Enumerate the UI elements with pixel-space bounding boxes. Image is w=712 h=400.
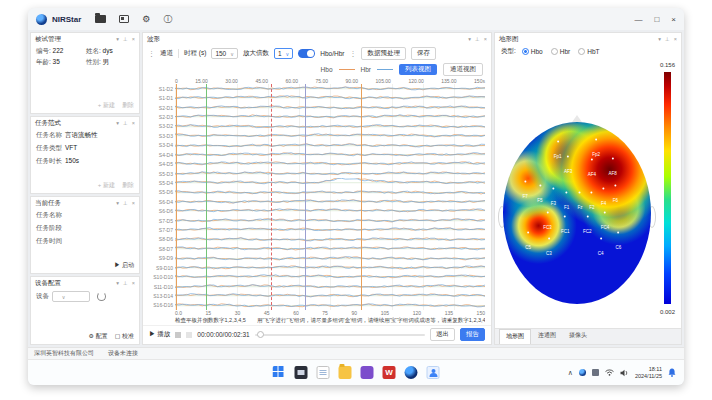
dock-close-icon[interactable]: × <box>132 121 135 127</box>
maximize-button[interactable]: □ <box>654 15 659 24</box>
event-marker-line <box>271 84 272 310</box>
dock-close-icon[interactable]: × <box>484 37 487 43</box>
electrode-label: F3 <box>551 201 556 206</box>
legend-hbo-line <box>339 69 355 70</box>
dock-menu-icon[interactable]: ▾ <box>116 201 119 207</box>
channel-label: S1-D2 <box>149 84 175 93</box>
dock-close-icon[interactable]: × <box>674 37 677 43</box>
dock-menu-icon[interactable]: ▾ <box>116 281 119 287</box>
tray-app-icon[interactable] <box>579 369 586 376</box>
radio-label: Hbo <box>531 48 543 55</box>
electrode-marker: F5 <box>537 184 542 205</box>
electrode-marker: F2 <box>589 192 594 213</box>
taskbar-nirstar-icon[interactable] <box>405 366 418 379</box>
electrode-marker: F4 <box>601 188 606 209</box>
field-value: dys <box>101 47 113 54</box>
slider-knob[interactable] <box>257 331 264 338</box>
tab-inactive[interactable]: 连通图 <box>532 329 562 344</box>
settings-gear-icon[interactable]: ⚙ <box>142 15 150 24</box>
panel-action-button[interactable]: 删除 <box>122 101 134 110</box>
dock-pin-icon[interactable]: ⊥ <box>123 201 128 207</box>
hbo-hbr-toggle[interactable] <box>298 49 315 58</box>
event-marker-line <box>361 84 362 310</box>
type-radio-hbo[interactable]: Hbo <box>522 48 543 55</box>
channel-trace <box>175 141 485 150</box>
taskbar-start-icon[interactable] <box>273 366 286 379</box>
report-button[interactable]: 报告 <box>460 328 485 341</box>
electrode-marker: Fp2 <box>592 139 600 160</box>
tab-inactive[interactable]: 摄像头 <box>563 329 593 344</box>
dock-close-icon[interactable]: × <box>132 37 135 43</box>
channel-view-button[interactable]: 通道视图 <box>443 63 483 76</box>
taskbar-media-icon[interactable] <box>361 366 374 379</box>
close-button[interactable]: × <box>671 15 676 24</box>
minimize-button[interactable]: — <box>634 15 642 24</box>
wifi-icon[interactable] <box>605 369 614 376</box>
type-radio-hbr[interactable]: Hbr <box>551 48 570 55</box>
field-row: 任务时间 <box>36 237 134 246</box>
taskbar-wps-icon[interactable]: W <box>383 366 396 379</box>
clock[interactable]: 18:11 2024/11/25 <box>635 366 662 380</box>
record-icon[interactable] <box>186 332 192 338</box>
refresh-device-icon[interactable] <box>97 292 106 301</box>
more-icon[interactable]: ⋮ <box>349 50 356 58</box>
dock-menu-icon[interactable]: ▾ <box>116 37 119 43</box>
configure-button[interactable]: ⚙ 配置 <box>89 332 108 341</box>
field: 性别: 男 <box>86 58 134 67</box>
stop-icon[interactable] <box>175 332 181 338</box>
volume-icon[interactable] <box>620 369 629 377</box>
paradigm-panel-title: 任务范式 <box>35 119 61 128</box>
channel-label: S8-D6 <box>149 235 175 244</box>
dock-pin-icon[interactable]: ⊥ <box>665 37 670 43</box>
list-view-button[interactable]: 列表视图 <box>399 64 437 75</box>
taskbar-folder-icon[interactable] <box>339 366 352 379</box>
playback-slider[interactable] <box>255 334 425 336</box>
left-sidebar: 被试管理 ▾ ⊥ × 编号: 222姓名: dys年龄: 35性别: 男 + 新… <box>30 32 140 345</box>
calibrate-button[interactable]: ▢ 校准 <box>115 332 134 341</box>
tab-active[interactable]: 地形图 <box>499 329 531 344</box>
status-bar: 深圳英智科技有限公司 设备未连接 <box>28 347 684 359</box>
channel-trace <box>175 254 485 263</box>
taskbar-explorer-icon[interactable] <box>295 366 308 379</box>
channel-trace <box>175 197 485 206</box>
save-button[interactable]: 保存 <box>411 47 436 60</box>
tray-device-icon[interactable] <box>592 369 599 376</box>
dock-menu-icon[interactable]: ▾ <box>116 121 119 127</box>
dock-close-icon[interactable]: × <box>132 281 135 287</box>
dock-menu-icon[interactable]: ▾ <box>658 37 661 43</box>
channel-menu-button[interactable]: 通道 <box>160 49 173 58</box>
dock-menu-icon[interactable]: ▾ <box>468 37 471 43</box>
channel-trace <box>175 206 485 215</box>
channel-label: S6-D4 <box>149 197 175 206</box>
channel-trace <box>175 159 485 168</box>
waveform-traces <box>175 84 485 310</box>
start-task-button[interactable]: ▶ 启动 <box>114 261 134 270</box>
info-icon[interactable]: ⓘ <box>163 15 172 24</box>
dock-pin-icon[interactable]: ⊥ <box>123 281 128 287</box>
channel-label: S9-D9 <box>149 254 175 263</box>
play-button[interactable]: ▶ 播放 <box>149 330 170 339</box>
open-file-icon[interactable] <box>95 15 106 23</box>
dock-pin-icon[interactable]: ⊥ <box>123 37 128 43</box>
device-icon[interactable] <box>119 15 129 23</box>
type-radio-hbt[interactable]: HbT <box>578 48 599 55</box>
dock-close-icon[interactable]: × <box>132 201 135 207</box>
taskbar-notepad-icon[interactable] <box>317 366 330 379</box>
taskbar-person-icon[interactable] <box>427 366 440 379</box>
panel-action-button[interactable]: + 新建 <box>98 101 115 110</box>
panel-action-button[interactable]: 删除 <box>122 181 134 190</box>
panel-action-button[interactable]: + 新建 <box>98 181 115 190</box>
scale-select[interactable]: 1∨ <box>274 48 293 59</box>
dock-pin-icon[interactable]: ⊥ <box>123 121 128 127</box>
preprocess-button[interactable]: 数据预处理 <box>361 47 406 60</box>
notification-bell-icon[interactable] <box>668 368 676 377</box>
system-tray: ∧ 18:11 2024/11/25 <box>568 366 676 380</box>
exit-button[interactable]: 退出 <box>430 328 455 341</box>
device-select[interactable]: ∨ <box>52 291 90 302</box>
tray-chevron-icon[interactable]: ∧ <box>568 369 573 377</box>
channel-trace <box>175 178 485 187</box>
app-logo-icon <box>36 14 47 25</box>
dock-pin-icon[interactable]: ⊥ <box>475 37 480 43</box>
drag-handle-icon[interactable]: ⋮ <box>148 50 155 58</box>
timespan-select[interactable]: 150∨ <box>211 48 238 59</box>
